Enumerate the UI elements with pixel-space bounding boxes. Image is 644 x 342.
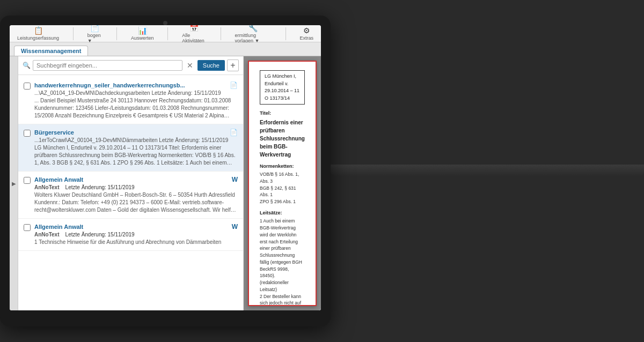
laptop-screen: 📋 Leistungserfassung 📄 bogen ▼ 📊 Auswert… bbox=[10, 25, 321, 310]
result-checkbox[interactable] bbox=[24, 177, 31, 184]
results-list: handwerkerrehnugn_seiler_handwerkerrechn… bbox=[18, 75, 243, 310]
leitsaetze-label: Leitsätze: bbox=[260, 210, 305, 217]
pdf-icon: 📄 bbox=[230, 81, 238, 89]
divider-3 bbox=[167, 27, 168, 40]
result-text: Wolters Kluwer Deutschland GmbH – Robert… bbox=[34, 191, 238, 214]
leitsaetze-text: 1 Auch bei einem BGB-Werkvertrag wird de… bbox=[260, 218, 305, 306]
vorlagen-label: ermittlung vorlagen ▼ bbox=[235, 33, 271, 43]
doc-header-box: LG München I, Endurteil v. 29.10.2014 – … bbox=[260, 70, 305, 105]
list-item[interactable]: handwerkerrehnugn_seiler_handwerkerrechn… bbox=[18, 77, 243, 124]
result-checkbox[interactable] bbox=[24, 83, 31, 90]
auswerten-icon: 📊 bbox=[138, 26, 147, 35]
toolbar-bogen[interactable]: 📄 bogen ▼ bbox=[84, 25, 106, 44]
divider-5 bbox=[286, 27, 286, 40]
pdf-icon: 📄 bbox=[230, 129, 238, 136]
extras-label: Extras bbox=[299, 35, 313, 41]
auswerten-label: Auswerten bbox=[131, 35, 154, 41]
search-bar: 🔍 ✕ Suche + bbox=[18, 56, 243, 75]
bogen-icon: 📄 bbox=[90, 25, 99, 32]
word-icon2: W bbox=[232, 223, 238, 231]
result-title: handwerkerrehnugn_seiler_handwerkerrechn… bbox=[34, 81, 238, 89]
word-icon: W bbox=[232, 176, 238, 183]
laptop-base bbox=[331, 165, 644, 176]
result-meta: ...1erToCrawl\AZ_00104_19-DevMN\Dämmarbe… bbox=[34, 137, 238, 143]
result-text: ... Daniel Beispiel Musterstraße 24 3011… bbox=[34, 97, 238, 120]
list-item[interactable]: Bürgerservice 📄 ...1erToCrawl\AZ_00104_1… bbox=[18, 124, 243, 172]
normenkette-1: VOB/B § 16 Abs. 1, Abs. 3 bbox=[260, 172, 299, 184]
normenkette-2: BGB § 242, § 631 Abs. 1 bbox=[260, 185, 296, 198]
main-area: ▶ 🔍 ✕ Suche + h bbox=[10, 56, 321, 310]
result-text2: 1 Technische Hinweise für die Ausführung… bbox=[34, 239, 238, 246]
result-sublabel2: AnNoText bbox=[34, 232, 59, 237]
add-button[interactable]: + bbox=[227, 60, 239, 71]
laptop-frame: 📋 Leistungserfassung 📄 bogen ▼ 📊 Auswert… bbox=[0, 16, 331, 326]
result-meta: AnNoText Letzte Änderung: 15/11/2019 bbox=[34, 184, 238, 190]
result-path: ...1erToCrawl\AZ_00104_19-DevMN\Dämmarbe… bbox=[34, 137, 228, 143]
extras-icon: ⚙ bbox=[303, 26, 310, 35]
result-link[interactable]: Allgemein Anwalt bbox=[34, 176, 230, 183]
result-title: Allgemein Anwalt W bbox=[34, 176, 238, 183]
result-checkbox[interactable] bbox=[24, 224, 31, 231]
preview-title: Erfordernis einer prüfbaren Schlussrechn… bbox=[260, 118, 305, 159]
aktivitaeten-label: Alle Aktivitäten bbox=[182, 33, 206, 43]
result-path: ...\AZ_00104_19-DevMN\Dachdeckungsarbeit… bbox=[34, 90, 221, 96]
toolbar-vorlagen[interactable]: 🔧 ermittlung vorlagen ▼ bbox=[231, 25, 274, 44]
result-date: Letzte Änderung: 15/11/2019 bbox=[65, 184, 135, 190]
leistungserfassung-icon: 📋 bbox=[34, 26, 43, 35]
toolbar-auswerten[interactable]: 📊 Auswerten bbox=[128, 25, 157, 42]
divider-1 bbox=[73, 27, 74, 40]
doc-preview: LG München I, Endurteil v. 29.10.2014 – … bbox=[248, 61, 317, 306]
result-date2: Letzte Änderung: 15/11/2019 bbox=[65, 232, 135, 237]
result-checkbox[interactable] bbox=[24, 130, 31, 137]
normenketten-text: VOB/B § 16 Abs. 1, Abs. 3 BGB § 242, § 6… bbox=[260, 171, 305, 205]
normenkette-3: ZPO § 296 Abs. 1 bbox=[260, 199, 296, 204]
tab-row: Wissensmanagement bbox=[10, 42, 321, 56]
result-title: Bürgerservice 📄 bbox=[34, 129, 238, 136]
preview-header: LG München I, Endurteil v. 29.10.2014 – … bbox=[265, 73, 299, 101]
aktivitaeten-icon: 📅 bbox=[189, 25, 199, 32]
result-link[interactable]: Bürgerservice bbox=[34, 129, 228, 136]
left-panel: 🔍 ✕ Suche + handwerkerrehnugn_seiler_han… bbox=[18, 56, 244, 310]
divider-4 bbox=[221, 27, 221, 40]
result-meta: ...\AZ_00104_19-DevMN\Dachdeckungsarbeit… bbox=[34, 90, 238, 96]
vorlagen-icon: 🔧 bbox=[248, 25, 258, 32]
camera-dot bbox=[163, 21, 167, 25]
normenketten-label: Normenketten: bbox=[260, 163, 305, 170]
search-input[interactable] bbox=[33, 60, 182, 71]
tab-wissensmanagement[interactable]: Wissensmanagement bbox=[14, 46, 88, 56]
result-sublabel: AnNoText bbox=[34, 184, 59, 190]
bogen-label: bogen ▼ bbox=[87, 33, 103, 43]
toolbar-leistungserfassung[interactable]: 📋 Leistungserfassung bbox=[14, 25, 62, 42]
result-link[interactable]: Allgemein Anwalt bbox=[34, 224, 230, 230]
toolbar-aktivitaeten[interactable]: 📅 Alle Aktivitäten bbox=[179, 25, 209, 44]
search-icon: 🔍 bbox=[23, 62, 31, 69]
list-item[interactable]: Allgemein Anwalt W AnNoText Letzte Änder… bbox=[18, 219, 243, 251]
list-item[interactable]: Allgemein Anwalt W AnNoText Letzte Änder… bbox=[18, 172, 243, 219]
nav-arrow[interactable]: ▶ bbox=[10, 56, 18, 310]
toolbar: 📋 Leistungserfassung 📄 bogen ▼ 📊 Auswert… bbox=[10, 25, 321, 42]
result-link[interactable]: handwerkerrehnugn_seiler_handwerkerrechn… bbox=[34, 82, 228, 88]
right-panel: LG München I, Endurteil v. 29.10.2014 – … bbox=[244, 56, 321, 310]
leistungserfassung-label: Leistungserfassung bbox=[17, 35, 59, 41]
preview-title-label: Titel: bbox=[260, 110, 305, 117]
result-meta: AnNoText Letzte Änderung: 15/11/2019 bbox=[34, 232, 238, 237]
clear-icon[interactable]: ✕ bbox=[185, 61, 195, 70]
result-title: Allgemein Anwalt W bbox=[34, 223, 238, 231]
search-button[interactable]: Suche bbox=[197, 60, 225, 71]
divider-2 bbox=[116, 27, 117, 40]
toolbar-extras[interactable]: ⚙ Extras bbox=[296, 25, 317, 42]
result-text: LG München I, Endurteil v. 29.10.2014 – … bbox=[34, 144, 238, 167]
